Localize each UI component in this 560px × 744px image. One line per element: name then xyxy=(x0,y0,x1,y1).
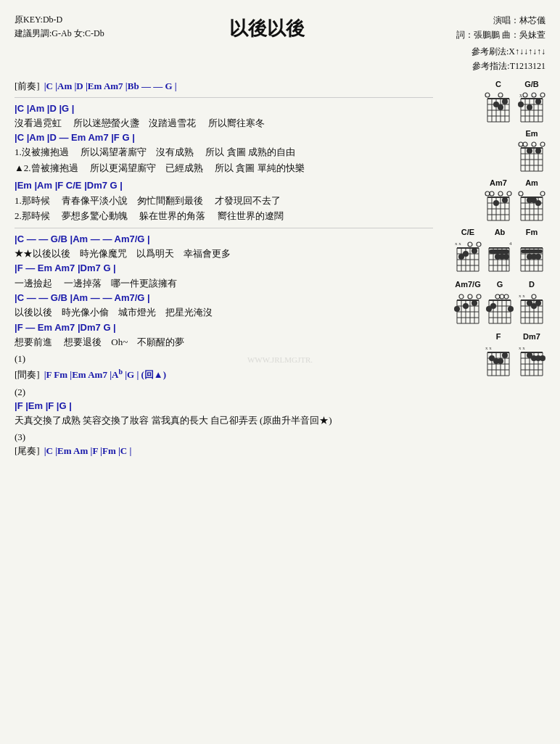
svg-point-181 xyxy=(531,303,537,309)
svg-point-13 xyxy=(502,99,508,104)
svg-text:4: 4 xyxy=(509,241,512,247)
svg-point-131 xyxy=(535,254,541,260)
svg-point-45 xyxy=(519,142,523,146)
chord-Am: Am xyxy=(518,178,545,223)
chord-Fm: Fm xyxy=(518,228,545,276)
verse2-section: |Em |Am |F C/E |Dm7 G | 1.那時候 青春像平淡小說 匆忙… xyxy=(15,179,433,223)
svg-point-100 xyxy=(472,248,477,254)
svg-text:x x: x x xyxy=(455,241,461,247)
song-title: 以後以後 xyxy=(104,13,429,41)
svg-point-62 xyxy=(485,191,490,196)
chorus-chord2: |F — Em Am7 |Dm7 G | xyxy=(15,262,433,275)
key-info: 原KEY:Db-D 建議男調:G-Ab 女:C-Db xyxy=(15,13,104,41)
svg-point-80 xyxy=(540,191,545,196)
svg-point-79 xyxy=(519,191,523,196)
section2-content: |F |Em |F |G | 天真交換了成熟 笑容交換了妝容 當我真的長大 自己… xyxy=(15,400,433,428)
svg-point-134 xyxy=(477,294,481,299)
intro-chords: |C |Am |D |Em Am7 |Bb — — G | xyxy=(44,80,177,92)
svg-point-96 xyxy=(468,242,472,247)
svg-point-148 xyxy=(472,300,477,306)
section2-marker: (2) xyxy=(15,387,433,398)
svg-point-50 xyxy=(535,148,541,154)
interlude-label: [間奏] xyxy=(15,368,40,381)
svg-point-47 xyxy=(532,142,536,146)
chord-Em: Em xyxy=(518,129,545,174)
interlude-section: [間奏] |F Fm |Em Am7 |Ab |G | (回▲) xyxy=(15,368,433,381)
chord-GB: G/B x xyxy=(518,80,545,125)
chord-Am7: Am7 xyxy=(485,178,512,223)
svg-rect-113 xyxy=(489,249,509,254)
chorus-lyric4: 想要前進 想要退後 Oh~ 不願醒的夢 xyxy=(15,335,433,350)
chord-C: C xyxy=(485,80,512,125)
svg-point-12 xyxy=(498,93,503,97)
section1-marker: (1) xyxy=(15,353,433,365)
artist-info: 演唱：林芯儀 詞：張鵬鵬 曲：吳妹萱 參考刷法:X↑↓↓↑↓↑↓ 參考指法:T1… xyxy=(429,13,545,74)
svg-point-15 xyxy=(498,104,503,110)
svg-point-63 xyxy=(490,191,494,196)
chord-diagrams: C xyxy=(440,80,545,463)
watermark: WWW.JRLMGJTR. xyxy=(247,355,313,364)
svg-text:x x: x x xyxy=(519,345,525,351)
svg-point-164 xyxy=(486,306,492,312)
svg-point-150 xyxy=(500,294,504,299)
svg-point-213 xyxy=(540,355,545,361)
outro-chords: |C |Em Am |F |Fm |C | xyxy=(44,445,132,457)
chorus-lyric2: 一邊撿起 一邊掉落 哪一件更該擁有 xyxy=(15,276,433,291)
verse1-lyric1: 沒看過霓虹 所以迷戀螢火盞 沒踏過雪花 所以嚮往寒冬 xyxy=(15,116,433,131)
svg-point-133 xyxy=(468,294,472,299)
svg-point-11 xyxy=(485,93,490,97)
svg-point-29 xyxy=(532,93,536,97)
section2-lyric1: 天真交換了成熟 笑容交換了妝容 當我真的長大 自己卻弄丟 (原曲升半音回★) xyxy=(15,413,433,428)
original-key: 原KEY:Db-D xyxy=(15,13,104,27)
svg-point-197 xyxy=(502,352,508,358)
svg-point-33 xyxy=(527,104,532,110)
svg-point-83 xyxy=(535,200,541,206)
outro-section: [尾奏] |C |Em Am |F |Fm |C | xyxy=(15,445,433,458)
svg-point-99 xyxy=(463,251,469,257)
intro-section: [前奏] |C |Am |D |Em Am7 |Bb — — G | xyxy=(15,80,433,93)
verse2-lyric1a: 1.那時候 青春像平淡小說 匆忙間翻到最後 才發現回不去了 xyxy=(15,194,433,208)
svg-point-30 xyxy=(540,93,545,97)
verse2-lyric1b: 2.那時候 夢想多驚心動魄 躲在世界的角落 嚮往世界的遼闊 xyxy=(15,209,433,223)
svg-point-48 xyxy=(540,142,545,146)
singer: 演唱：林芯儀 xyxy=(429,13,545,28)
chord-Am7G: Am7/G xyxy=(454,280,482,328)
score-area: [前奏] |C |Am |D |Em Am7 |Bb — — G | |C |A… xyxy=(15,80,440,463)
chorus-chord1: |C — — G/B |Am — — Am7/G | xyxy=(15,233,433,246)
verse1-section: |C |Am |D |G | 沒看過霓虹 所以迷戀螢火盞 沒踏過雪花 所以嚮往寒… xyxy=(15,102,433,175)
lyricist: 詞：張鵬鵬 曲：吳妹萱 xyxy=(429,28,545,42)
svg-point-31 xyxy=(518,102,524,107)
verse2-chord1: |Em |Am |F C/E |Dm7 G | xyxy=(15,179,433,192)
svg-point-66 xyxy=(493,200,499,206)
chord-Dm7: Dm7 x x xyxy=(518,332,545,380)
chord-D: D x x xyxy=(518,280,545,328)
svg-text:x x: x x xyxy=(485,345,492,351)
outro-label: [尾奏] xyxy=(15,445,40,458)
outro-marker: (3) xyxy=(15,431,433,443)
strum-pattern: 參考刷法:X↑↓↓↑↓↑↓ 參考指法:T1213121 xyxy=(429,44,545,74)
chord-F: F x x xyxy=(485,332,512,380)
chorus-chord3: |C — — G/B |Am — — Am7/G | xyxy=(15,292,433,305)
svg-point-64 xyxy=(498,191,503,196)
chorus-lyric-star: ★★以後以後 時光像魔咒 以爲明天 幸福會更多 xyxy=(15,247,433,261)
suggested-key: 建議男調:G-Ab 女:C-Db xyxy=(15,27,104,41)
svg-point-32 xyxy=(535,99,541,104)
chord-CE: C/E x x xyxy=(454,228,482,276)
svg-point-132 xyxy=(459,294,464,299)
verse1-lyric2a: 1.沒被擁抱過 所以渴望著廝守 沒有成熟 所以 貪圖 成熟的自由 xyxy=(15,145,433,160)
svg-point-116 xyxy=(503,254,509,260)
verse1-chord2: |C |Am |D — Em Am7 |F G | xyxy=(15,131,433,144)
svg-text:x: x xyxy=(519,92,522,99)
svg-point-146 xyxy=(454,306,460,312)
svg-point-46 xyxy=(523,142,527,146)
svg-point-97 xyxy=(477,242,481,247)
chorus-section: |C — — G/B |Am — — Am7/G | ★★以後以後 時光像魔咒 … xyxy=(15,233,433,350)
svg-point-149 xyxy=(495,294,500,299)
verse1-chord1: |C |Am |D |G | xyxy=(15,102,433,115)
svg-point-147 xyxy=(463,303,469,309)
interlude-chords: |F Fm |Em Am7 |Ab |G | (回▲) xyxy=(44,368,166,381)
svg-point-49 xyxy=(527,148,532,154)
verse1-lyric2b: ▲2.曾被擁抱過 所以更渴望廝守 已經成熟 所以 貪圖 單純的快樂 xyxy=(15,161,433,175)
star-symbol: ★ xyxy=(15,248,23,259)
intro-label: [前奏] xyxy=(15,80,40,93)
